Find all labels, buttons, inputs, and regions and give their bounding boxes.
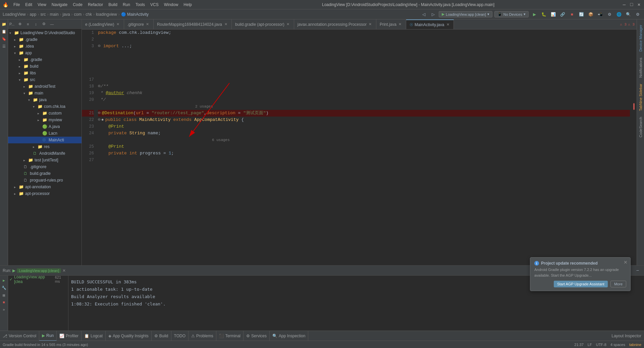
sync-button[interactable]: 🔄 — [578, 11, 585, 18]
upgrade-assistant-button[interactable]: Start AGP Upgrade Assistant — [554, 281, 608, 287]
tree-item-package[interactable]: ▾ 📁 com.chk.loa — [8, 103, 82, 110]
breadcrumb-com[interactable]: com — [74, 12, 82, 17]
bookmarks-icon[interactable]: 🔖 — [1, 36, 7, 42]
code-content[interactable]: package com.chk.loadingview; ⊖ import ..… — [97, 29, 631, 265]
sdk-manager-button[interactable]: 📦 — [587, 11, 594, 18]
stop-button[interactable]: ■ — [568, 11, 576, 18]
translate-button[interactable]: 🌐 — [615, 11, 623, 18]
breadcrumb-chk[interactable]: chk — [86, 12, 92, 17]
breadcrumb-app[interactable]: app — [30, 12, 37, 17]
settings2-button[interactable]: ⚙ — [634, 11, 641, 18]
tree-item-build[interactable]: ▸ 📁 build — [8, 63, 82, 70]
status-charset[interactable]: UTF-8 — [596, 343, 606, 347]
tree-item-libs[interactable]: ▸ 📁 libs — [8, 70, 82, 76]
tab-terminal[interactable]: ⬛ Terminal — [216, 331, 244, 341]
avd-manager-button[interactable]: 📲 — [596, 11, 604, 18]
tab-build-gradle[interactable]: build.gradle (apt-processor) ✕ — [232, 19, 294, 29]
tab-logcat[interactable]: 📋 Logcat — [82, 331, 106, 341]
tree-item-main[interactable]: ▾ 📁 main — [8, 90, 82, 96]
close-button[interactable]: ✕ — [637, 2, 641, 7]
menu-view[interactable]: View — [35, 2, 49, 8]
notifications-tab[interactable]: Notifications — [639, 55, 643, 80]
breadcrumb-loadingview[interactable]: LoadingView — [3, 12, 26, 17]
nav-forward-button[interactable]: ▷ — [429, 11, 437, 18]
tree-btn-3[interactable]: ↕ — [33, 21, 39, 27]
tab-close[interactable]: ✕ — [145, 22, 150, 27]
notification-more-button[interactable]: More — [610, 281, 626, 287]
tab-run[interactable]: ▶ Run — [39, 331, 57, 341]
breadcrumb-main[interactable]: main — [50, 12, 59, 17]
menu-vcs[interactable]: VCS — [148, 2, 161, 8]
device-manager-tab[interactable]: Device Manager — [639, 22, 643, 54]
tree-close-btn[interactable]: — — [49, 21, 55, 27]
breadcrumb-java[interactable]: java — [63, 12, 70, 17]
tree-item-lacn[interactable]: 🟢 Lacn — [8, 130, 82, 137]
code-search-tab[interactable]: CodeSearch — [639, 114, 643, 140]
tree-item-a-java[interactable]: 🟢 A.java — [8, 123, 82, 130]
maximize-button[interactable]: □ — [629, 2, 634, 7]
tab-todo[interactable]: TODO — [171, 331, 189, 341]
menu-tools[interactable]: Tools — [133, 2, 148, 8]
menu-edit[interactable]: Edit — [22, 2, 35, 8]
run-close-btn[interactable]: — — [634, 267, 641, 274]
tree-item-test[interactable]: ▸ 📁 test [unitTest] — [8, 157, 82, 163]
debug-button[interactable]: 🐛 — [540, 11, 547, 18]
tree-settings-btn[interactable]: ⚙ — [41, 21, 47, 27]
tab-processor[interactable]: javax.annotation.processing.Processor ✕ — [294, 19, 376, 29]
tree-item-idea[interactable]: ▸ 📁 .idea — [8, 43, 82, 50]
tree-item-res[interactable]: ▸ 📁 res — [8, 143, 82, 150]
tab-close[interactable]: ✕ — [445, 22, 450, 27]
status-indent[interactable]: 4 spaces — [610, 343, 625, 347]
tab-gitignore[interactable]: .gitignore ✕ — [124, 19, 154, 29]
menu-build[interactable]: Build — [106, 2, 120, 8]
structure-icon[interactable]: ☰ — [1, 43, 7, 50]
tree-item-myview[interactable]: ▸ 📁 myview — [8, 117, 82, 123]
tree-root[interactable]: ▾ 📁 LoadingView D:\AndroidStudio — [8, 29, 82, 36]
run-button[interactable]: ▶ — [531, 11, 538, 18]
tree-item-apt-processor[interactable]: ▸ 📁 apt-processor — [8, 190, 82, 197]
no-devices-dropdown[interactable]: 📱 No Devices ▾ — [494, 11, 529, 17]
menu-help[interactable]: Help — [181, 2, 195, 8]
tab-version-control[interactable]: ⎇ Version Control — [0, 331, 39, 341]
menu-navigate[interactable]: Navigate — [49, 2, 70, 8]
notification-close-button[interactable]: ✕ — [624, 260, 628, 265]
resource-manager-icon[interactable]: 📋 — [1, 28, 7, 35]
tree-btn-2[interactable]: ≡ — [24, 21, 31, 27]
menu-code[interactable]: Code — [70, 2, 85, 8]
tree-btn-1[interactable]: ⊕ — [16, 21, 23, 27]
tab-close[interactable]: ✕ — [368, 22, 373, 27]
tab-close[interactable]: ✕ — [398, 22, 402, 27]
tab-problems[interactable]: ⚠ Problems — [189, 331, 216, 341]
tree-item-androidmanifest[interactable]: 🗋 AndroidManife — [8, 150, 82, 157]
search-everywhere-button[interactable]: 🔍 — [625, 11, 632, 18]
tree-item-androidtest[interactable]: ▸ 📁 androidTest — [8, 83, 82, 90]
tree-item-mainactivity[interactable]: ☉ MainActi — [8, 137, 82, 143]
run-config-badge[interactable]: LoadingView:app [clean] — [17, 268, 61, 273]
tab-services[interactable]: ⚙ Services — [244, 331, 270, 341]
run-play-btn[interactable]: ▶ — [1, 277, 7, 284]
minimize-button[interactable]: — — [622, 2, 627, 7]
tab-loadingview[interactable]: e (LoadingView) ✕ — [82, 19, 124, 29]
breadcrumb-loadingview2[interactable]: loadingview — [96, 12, 117, 17]
tab-close[interactable]: ✕ — [286, 22, 290, 27]
tree-item-gitignore[interactable]: 🗋 .gitignore — [8, 163, 82, 170]
run-wrench-btn[interactable]: 🔧 — [1, 284, 7, 291]
tab-print[interactable]: Print.java ✕ — [376, 19, 406, 29]
breadcrumb-mainactivity[interactable]: 🔵 MainActivity — [121, 12, 149, 17]
coverage-button[interactable]: 📊 — [549, 11, 557, 18]
tab-routermapping[interactable]: RouterMapping1694884134024.java ✕ — [154, 19, 232, 29]
tree-item-apt-annotation[interactable]: ▸ 📁 apt-annotation — [8, 184, 82, 190]
attach-debugger-button[interactable]: 🔗 — [559, 11, 566, 18]
tree-item-custom[interactable]: ▸ 📁 custom — [8, 110, 82, 117]
tree-item-proguard[interactable]: 🗋 proguard-rules.pro — [8, 177, 82, 184]
menu-file[interactable]: File — [11, 2, 22, 8]
tree-item-app-gradle[interactable]: ▸ 📁 .gradle — [8, 56, 82, 63]
tree-item-java[interactable]: ▾ 📁 java — [8, 96, 82, 103]
tree-item-src[interactable]: ▾ 📁 src — [8, 76, 82, 83]
run-stop-btn[interactable]: ■ — [1, 299, 7, 306]
tab-profiler[interactable]: 📈 Profiler — [57, 331, 82, 341]
status-lf[interactable]: LF — [588, 343, 592, 347]
run-filter-btn[interactable]: ▤ — [1, 292, 7, 298]
tree-item-app[interactable]: ▾ 📁 app — [8, 50, 82, 56]
run-item-build[interactable]: ✓ LoadingView:app [clea 621 ms — [8, 276, 68, 283]
